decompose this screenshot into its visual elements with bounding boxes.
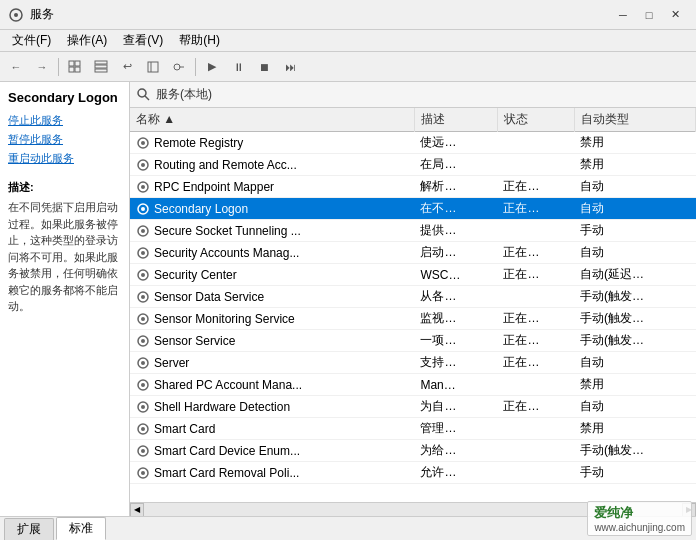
- menu-action[interactable]: 操作(A): [59, 30, 115, 51]
- desc-label: 描述:: [8, 180, 121, 195]
- service-startup: 手动: [574, 220, 695, 242]
- service-startup: 自动: [574, 242, 695, 264]
- col-name[interactable]: 名称 ▲: [130, 108, 414, 132]
- table-row[interactable]: Sensor Service一项…正在…手动(触发…: [130, 330, 696, 352]
- menu-bar: 文件(F) 操作(A) 查看(V) 帮助(H): [0, 30, 696, 52]
- service-status: 正在…: [497, 264, 574, 286]
- service-status: [497, 220, 574, 242]
- service-status: 正在…: [497, 176, 574, 198]
- table-row[interactable]: Secure Socket Tunneling ...提供…手动: [130, 220, 696, 242]
- stop-service-link[interactable]: 停止此服务: [8, 113, 121, 128]
- col-status[interactable]: 状态: [497, 108, 574, 132]
- service-startup: 手动(触发…: [574, 308, 695, 330]
- maximize-button[interactable]: □: [636, 5, 662, 25]
- service-desc: 在局…: [414, 154, 497, 176]
- minimize-button[interactable]: ─: [610, 5, 636, 25]
- table-row[interactable]: Sensor Data Service从各…手动(触发…: [130, 286, 696, 308]
- service-description: 在不同凭据下启用启动过程。如果此服务被停止，这种类型的登录访问将不可用。如果此服…: [8, 199, 121, 315]
- service-desc: 一项…: [414, 330, 497, 352]
- service-icon: [136, 268, 150, 282]
- service-name-cell: Secondary Logon: [130, 198, 414, 220]
- svg-point-38: [141, 383, 145, 387]
- service-status: [497, 286, 574, 308]
- table-row[interactable]: Smart Card Removal Poli...允许…手动: [130, 462, 696, 484]
- toolbar: ← → ↩ ▶ ⏸ ⏹ ⏭: [0, 52, 696, 82]
- window-controls: ─ □ ✕: [610, 5, 688, 25]
- panel-label: 服务(本地): [156, 86, 212, 103]
- restart-service-link[interactable]: 重启动此服务: [8, 151, 121, 166]
- service-desc: 管理…: [414, 418, 497, 440]
- service-name-cell: Secure Socket Tunneling ...: [130, 220, 414, 242]
- service-icon: [136, 444, 150, 458]
- service-desc: 为自…: [414, 396, 497, 418]
- service-status: 正在…: [497, 352, 574, 374]
- service-name-cell: Smart Card: [130, 418, 414, 440]
- refresh-button[interactable]: ↩: [115, 56, 139, 78]
- show-hide-button[interactable]: [89, 56, 113, 78]
- service-icon: [136, 224, 150, 238]
- svg-rect-8: [95, 69, 107, 72]
- back-button[interactable]: ←: [4, 56, 28, 78]
- table-row[interactable]: Security Accounts Manag...启动…正在…自动: [130, 242, 696, 264]
- play-button[interactable]: ▶: [200, 56, 224, 78]
- svg-point-22: [141, 207, 145, 211]
- table-row[interactable]: Smart Card Device Enum...为给…手动(触发…: [130, 440, 696, 462]
- left-panel-title: Secondary Logon: [8, 90, 121, 105]
- table-row[interactable]: Sensor Monitoring Service监视…正在…手动(触发…: [130, 308, 696, 330]
- service-desc: 在不…: [414, 198, 497, 220]
- filter-button[interactable]: [167, 56, 191, 78]
- service-name-cell: Sensor Data Service: [130, 286, 414, 308]
- svg-rect-9: [148, 62, 158, 72]
- service-desc: WSC…: [414, 264, 497, 286]
- svg-rect-6: [95, 61, 107, 64]
- table-row[interactable]: Routing and Remote Acc...在局…禁用: [130, 154, 696, 176]
- service-name-cell: Remote Registry: [130, 132, 414, 154]
- table-row[interactable]: Shared PC Account Mana...Man…禁用: [130, 374, 696, 396]
- pause-button[interactable]: ⏸: [226, 56, 250, 78]
- service-icon: [136, 290, 150, 304]
- scroll-left-arrow[interactable]: ◀: [130, 503, 144, 517]
- svg-rect-7: [95, 65, 107, 68]
- export-button[interactable]: [141, 56, 165, 78]
- service-status: 正在…: [497, 242, 574, 264]
- table-row[interactable]: Remote Registry使远…禁用: [130, 132, 696, 154]
- svg-point-40: [141, 405, 145, 409]
- search-bar: 服务(本地): [130, 82, 696, 108]
- tab-standard[interactable]: 标准: [56, 517, 106, 540]
- menu-view[interactable]: 查看(V): [115, 30, 171, 51]
- svg-line-14: [145, 96, 149, 100]
- pause-service-link[interactable]: 暂停此服务: [8, 132, 121, 147]
- table-row[interactable]: Shell Hardware Detection为自…正在…自动: [130, 396, 696, 418]
- table-row[interactable]: RPC Endpoint Mapper解析…正在…自动: [130, 176, 696, 198]
- close-button[interactable]: ✕: [662, 5, 688, 25]
- service-desc: 监视…: [414, 308, 497, 330]
- table-row[interactable]: Secondary Logon在不…正在…自动: [130, 198, 696, 220]
- service-name-cell: Shell Hardware Detection: [130, 396, 414, 418]
- col-startup[interactable]: 自动类型: [574, 108, 695, 132]
- menu-file[interactable]: 文件(F): [4, 30, 59, 51]
- service-startup: 手动(触发…: [574, 286, 695, 308]
- table-row[interactable]: Smart Card管理…禁用: [130, 418, 696, 440]
- service-desc: 为给…: [414, 440, 497, 462]
- watermark-url: www.aichunjing.com: [594, 522, 685, 533]
- service-startup: 自动(延迟…: [574, 264, 695, 286]
- stop-button[interactable]: ⏹: [252, 56, 276, 78]
- svg-rect-5: [75, 67, 80, 72]
- service-icon: [136, 356, 150, 370]
- tab-expand[interactable]: 扩展: [4, 518, 54, 540]
- col-desc[interactable]: 描述: [414, 108, 497, 132]
- table-row[interactable]: Server支持…正在…自动: [130, 352, 696, 374]
- search-icon: [136, 87, 152, 103]
- service-name-cell: Server: [130, 352, 414, 374]
- table-row[interactable]: Security CenterWSC…正在…自动(延迟…: [130, 264, 696, 286]
- forward-button[interactable]: →: [30, 56, 54, 78]
- services-table[interactable]: 名称 ▲ 描述 状态 自动类型 Remote Registry使远…禁用Rout…: [130, 108, 696, 502]
- svg-point-1: [14, 13, 18, 17]
- service-icon: [136, 136, 150, 150]
- menu-help[interactable]: 帮助(H): [171, 30, 228, 51]
- svg-point-32: [141, 317, 145, 321]
- separator-2: [195, 58, 196, 76]
- up-button[interactable]: [63, 56, 87, 78]
- restart-button[interactable]: ⏭: [278, 56, 302, 78]
- service-status: [497, 462, 574, 484]
